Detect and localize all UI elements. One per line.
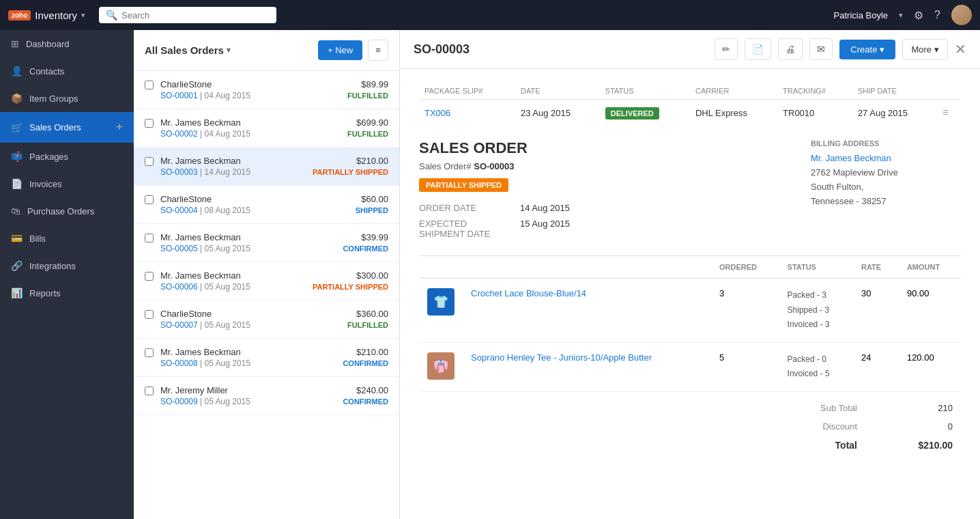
shipment-row: TX006 23 Aug 2015 DELIVERED DHL Express …	[419, 100, 961, 126]
order-checkbox[interactable]	[145, 348, 154, 357]
order-checkbox[interactable]	[145, 81, 154, 89]
print-icon-button[interactable]: 🖨	[778, 38, 803, 60]
packages-icon: 📫	[11, 151, 23, 162]
order-checkbox[interactable]	[145, 157, 154, 166]
order-number-link[interactable]: SO-00004	[160, 206, 198, 215]
user-name: Patricia Boyle	[834, 10, 888, 20]
billing-name[interactable]: Mr. James Beckman	[811, 153, 961, 163]
discount-label: Discount	[775, 421, 857, 432]
sidebar-item-bills[interactable]: 💳 Bills	[0, 225, 134, 252]
order-num-date: SO-00005 | 05 Aug 2015	[160, 244, 336, 253]
settings-icon[interactable]: ⚙	[914, 9, 923, 22]
sidebar-item-integrations[interactable]: 🔗 Integrations	[0, 252, 134, 279]
order-number-link[interactable]: SO-00009	[160, 397, 198, 406]
order-checkbox[interactable]	[145, 272, 154, 281]
search-input[interactable]	[121, 10, 270, 20]
sidebar: ⊞ Dashboard 👤 Contacts 📦 Item Groups 🛒 S…	[0, 30, 134, 519]
table-row[interactable]: Mr. James Beckman SO-00003 | 14 Aug 2015…	[134, 148, 399, 186]
so-fields: ORDER DATE 14 Aug 2015 EXPECTEDSHIPMENT …	[419, 203, 790, 239]
totals-section: Sub Total 210 Discount 0 Total $210.00	[419, 399, 961, 455]
close-button[interactable]: ✕	[955, 41, 966, 57]
user-dropdown-arrow[interactable]: ▾	[899, 11, 903, 20]
table-row[interactable]: Mr. James Beckman SO-00002 | 04 Aug 2015…	[134, 109, 399, 148]
item-rate-cell: 24	[853, 342, 899, 391]
order-number-link[interactable]: SO-00006	[160, 282, 198, 292]
order-num-date: SO-00003 | 14 Aug 2015	[160, 167, 306, 177]
table-row[interactable]: Mr. James Beckman SO-00006 | 05 Aug 2015…	[134, 262, 399, 300]
item-name-link[interactable]: Soprano Henley Tee - Juniors-10/Apple Bu…	[471, 352, 652, 363]
order-right: $300.00 PARTIALLY SHIPPED	[313, 270, 388, 291]
order-right: $89.99 FULFILLED	[347, 79, 388, 100]
order-amount: $360.00	[347, 309, 388, 319]
table-row[interactable]: CharlieStone SO-00001 | 04 Aug 2015 $89.…	[134, 71, 399, 109]
sidebar-item-invoices[interactable]: 📄 Invoices	[0, 170, 134, 197]
sales-orders-add-icon[interactable]: +	[115, 120, 123, 135]
sidebar-item-contacts[interactable]: 👤 Contacts	[0, 57, 134, 85]
more-button[interactable]: More ▾	[902, 39, 948, 60]
contacts-icon: 👤	[11, 66, 23, 76]
item-status-cell: Packed - 3Shipped - 3Invoiced - 3	[779, 279, 853, 343]
order-list-menu-button[interactable]: ≡	[368, 40, 388, 61]
order-checkbox[interactable]	[145, 234, 154, 242]
expected-shipment-label: EXPECTEDSHIPMENT DATE	[419, 219, 515, 239]
app-title-arrow[interactable]: ▾	[81, 11, 85, 20]
order-checkbox[interactable]	[145, 119, 154, 128]
order-number-link[interactable]: SO-00003	[160, 167, 198, 177]
order-number-link[interactable]: SO-00002	[160, 129, 198, 139]
table-row[interactable]: Mr. James Beckman SO-00008 | 05 Aug 2015…	[134, 339, 399, 377]
order-num-date: SO-00001 | 04 Aug 2015	[160, 91, 341, 100]
order-info: Mr. James Beckman SO-00006 | 05 Aug 2015	[160, 270, 306, 292]
table-row[interactable]: CharlieStone SO-00007 | 05 Aug 2015 $360…	[134, 300, 399, 339]
sidebar-item-packages[interactable]: 📫 Packages	[0, 143, 134, 170]
order-checkbox[interactable]	[145, 387, 154, 395]
order-date-label: ORDER DATE	[419, 203, 515, 213]
order-info: Mr. James Beckman SO-00008 | 05 Aug 2015	[160, 347, 336, 368]
order-checkbox[interactable]	[145, 310, 154, 319]
order-checkbox[interactable]	[145, 195, 154, 204]
item-name-link[interactable]: Crochet Lace Blouse-Blue/14	[471, 288, 586, 298]
help-icon[interactable]: ?	[934, 9, 940, 21]
sidebar-item-sales-orders[interactable]: 🛒 Sales Orders +	[0, 112, 134, 143]
total-row: Total $210.00	[419, 436, 961, 455]
new-order-button[interactable]: + New	[318, 40, 362, 60]
order-number-link[interactable]: SO-00007	[160, 320, 198, 330]
dashboard-icon: ⊞	[11, 38, 19, 49]
subtotal-row: Sub Total 210	[419, 399, 961, 417]
shipment-row-menu[interactable]: ≡	[937, 100, 961, 126]
table-row[interactable]: CharlieStone SO-00004 | 08 Aug 2015 $60.…	[134, 186, 399, 224]
email-icon-button[interactable]: ✉	[809, 38, 833, 60]
order-info: Mr. Jeremy Miller SO-00009 | 05 Aug 2015	[160, 385, 336, 406]
order-status: CONFIRMED	[343, 397, 388, 406]
pdf-icon-button[interactable]: 📄	[745, 38, 771, 60]
sales-orders-icon: 🛒	[11, 122, 23, 133]
create-button[interactable]: Create ▾	[839, 40, 895, 59]
order-list-dropdown-arrow[interactable]: ▾	[227, 46, 231, 55]
order-right: $699.90 FULFILLED	[347, 117, 388, 138]
sidebar-item-purchase-orders[interactable]: 🛍 Purchase Orders	[0, 197, 134, 225]
sidebar-label-integrations: Integrations	[29, 261, 123, 271]
table-row[interactable]: Mr. Jeremy Miller SO-00009 | 05 Aug 2015…	[134, 377, 399, 415]
col-tracking: TRACKING#	[777, 83, 852, 100]
detail-header: SO-00003 ✏ 📄 🖨 ✉ Create ▾ More ▾ ✕	[400, 30, 980, 69]
package-slip-link[interactable]: TX006	[424, 108, 450, 118]
search-bar: 🔍	[99, 7, 276, 23]
order-amount: $699.90	[347, 117, 388, 128]
purchase-orders-icon: 🛍	[11, 206, 20, 216]
order-amount: $210.00	[313, 156, 388, 166]
order-number-link[interactable]: SO-00001	[160, 91, 198, 100]
order-number-link[interactable]: SO-00008	[160, 359, 198, 368]
detail-panel: SO-00003 ✏ 📄 🖨 ✉ Create ▾ More ▾ ✕ PACKA…	[400, 30, 980, 519]
edit-icon-button[interactable]: ✏	[715, 38, 738, 60]
order-number-link[interactable]: SO-00005	[160, 244, 198, 253]
sidebar-item-reports[interactable]: 📊 Reports	[0, 279, 134, 307]
order-amount: $60.00	[356, 194, 388, 204]
table-row[interactable]: Mr. James Beckman SO-00005 | 05 Aug 2015…	[134, 224, 399, 262]
item-status-cell: Packed - 0Invoiced - 5	[779, 342, 853, 391]
avatar[interactable]	[951, 5, 972, 25]
sidebar-item-dashboard[interactable]: ⊞ Dashboard	[0, 30, 134, 57]
item-name-cell: Crochet Lace Blouse-Blue/14	[463, 279, 711, 343]
sidebar-item-item-groups[interactable]: 📦 Item Groups	[0, 85, 134, 112]
shipment-package-slip: TX006	[419, 100, 515, 126]
search-icon[interactable]: 🔍	[106, 10, 117, 20]
app-title: Inventory	[35, 10, 77, 21]
